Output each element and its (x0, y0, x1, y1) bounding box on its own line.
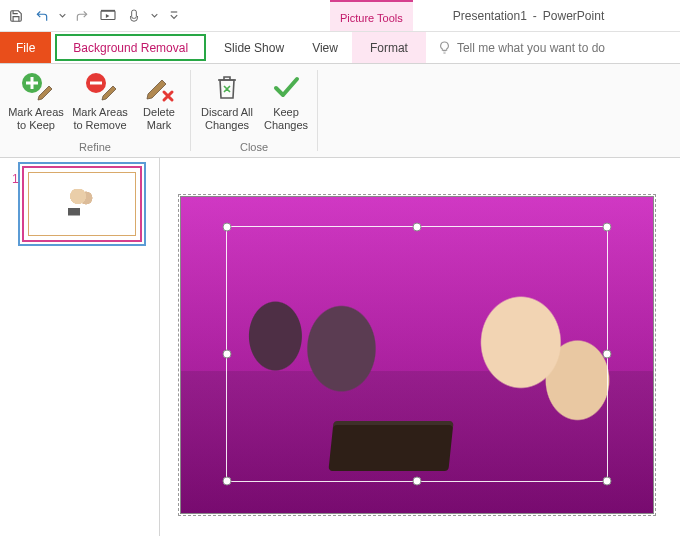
thumbnail-image (62, 189, 102, 219)
tab-file[interactable]: File (0, 32, 51, 63)
recycle-bin-icon (212, 72, 242, 102)
resize-handle-bottom-middle[interactable] (413, 477, 422, 486)
delete-mark-button[interactable]: DeleteMark (134, 68, 184, 134)
tab-format[interactable]: Format (352, 32, 426, 63)
keep-changes-button[interactable]: KeepChanges (261, 68, 311, 134)
title-bar: Picture Tools Presentation1 - PowerPoint (0, 0, 680, 32)
foreground-marquee[interactable] (226, 226, 608, 482)
document-name: Presentation1 (453, 9, 527, 23)
mark-areas-remove-button[interactable]: Mark Areasto Remove (70, 68, 130, 134)
resize-handle-middle-left[interactable] (223, 350, 232, 359)
slide-thumbnails-panel[interactable]: 1 (0, 158, 160, 536)
thumbnail-frame (22, 166, 142, 242)
mark-areas-keep-button[interactable]: Mark Areasto Keep (6, 68, 66, 134)
ribbon: Mark Areasto Keep Mark Areasto Remove (0, 64, 680, 158)
lightbulb-icon (438, 41, 451, 54)
slide-canvas[interactable] (160, 158, 680, 536)
tab-format-label: Format (370, 41, 408, 55)
save-icon (9, 9, 23, 23)
group-close: Discard AllChanges KeepChanges Close (191, 64, 317, 157)
svg-rect-2 (132, 10, 137, 18)
label-line: to Remove (73, 119, 126, 131)
touch-icon (127, 9, 141, 23)
contextual-tab-label: Picture Tools (340, 12, 403, 24)
app-name: PowerPoint (543, 9, 604, 23)
label-line: Mark Areas (72, 106, 128, 118)
label-line: Discard All (201, 106, 253, 118)
undo-icon (34, 9, 50, 23)
pencil-x-icon (142, 70, 176, 104)
discard-all-changes-button[interactable]: Discard AllChanges (197, 68, 257, 134)
label-line: Changes (264, 119, 308, 131)
chevron-down-icon (59, 12, 66, 19)
tab-slide-show[interactable]: Slide Show (210, 32, 298, 63)
save-button[interactable] (6, 6, 26, 26)
group-separator (317, 70, 318, 151)
label-line: Mark (147, 119, 171, 131)
tab-view[interactable]: View (298, 32, 352, 63)
slide-number: 1 (12, 172, 19, 186)
resize-handle-top-middle[interactable] (413, 223, 422, 232)
tell-me-input[interactable] (457, 41, 627, 55)
label-line: to Keep (17, 119, 55, 131)
group-refine: Mark Areasto Keep Mark Areasto Remove (0, 64, 190, 157)
group-label-close: Close (240, 139, 268, 155)
tab-background-removal[interactable]: Background Removal (55, 34, 206, 61)
customize-qat-button[interactable] (164, 6, 184, 26)
resize-handle-middle-right[interactable] (603, 350, 612, 359)
picture-object[interactable] (180, 196, 654, 514)
resize-handle-bottom-left[interactable] (223, 477, 232, 486)
touch-mode-more-button[interactable] (150, 6, 158, 26)
title-bar-center: Picture Tools Presentation1 - PowerPoint (190, 0, 680, 31)
undo-more-button[interactable] (58, 6, 66, 26)
undo-button[interactable] (32, 6, 52, 26)
thumbnail-inner (28, 172, 136, 236)
chevron-down-icon (151, 12, 158, 19)
customize-icon (170, 10, 178, 22)
resize-handle-bottom-right[interactable] (603, 477, 612, 486)
group-label-refine: Refine (79, 139, 111, 155)
plus-circle-pencil-icon (19, 70, 53, 104)
resize-handle-top-left[interactable] (223, 223, 232, 232)
redo-button[interactable] (72, 6, 92, 26)
minus-circle-pencil-icon (83, 70, 117, 104)
tell-me-search[interactable] (426, 32, 639, 63)
start-show-button[interactable] (98, 6, 118, 26)
label-line: Delete (143, 106, 175, 118)
label-line: Keep (273, 106, 299, 118)
check-icon (271, 72, 301, 102)
presentation-icon (99, 9, 117, 23)
workspace: 1 (0, 158, 680, 536)
label-line: Mark Areas (8, 106, 64, 118)
touch-mode-button[interactable] (124, 6, 144, 26)
window-title: Presentation1 - PowerPoint (413, 0, 604, 31)
label-line: Changes (205, 119, 249, 131)
slide-thumbnail-1[interactable]: 1 (8, 166, 151, 242)
resize-handle-top-right[interactable] (603, 223, 612, 232)
title-separator: - (533, 9, 537, 23)
contextual-tab-group: Picture Tools (330, 0, 413, 31)
ribbon-tabs: File Background Removal Slide Show View … (0, 32, 680, 64)
quick-access-toolbar (0, 6, 190, 26)
redo-icon (75, 9, 89, 23)
